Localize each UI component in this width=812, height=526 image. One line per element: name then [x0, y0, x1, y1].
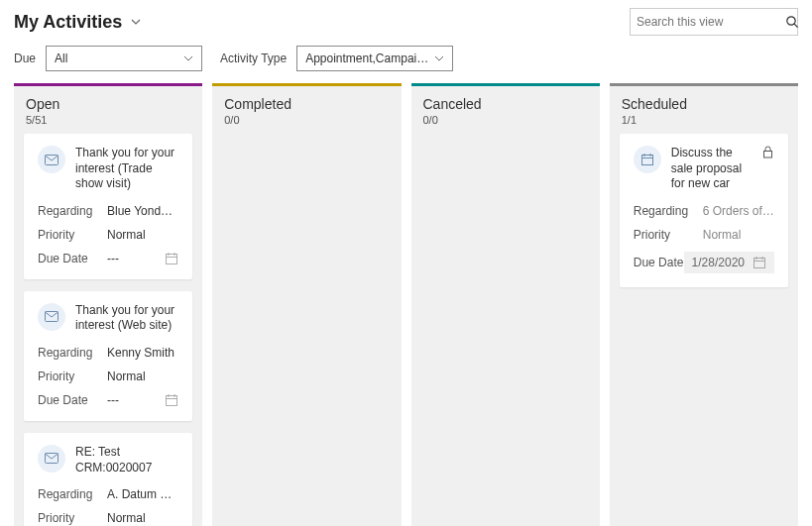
- lock-icon: [760, 146, 774, 158]
- svg-point-0: [787, 17, 795, 25]
- field-value-regarding: Blue Yonder Ai...: [107, 204, 178, 218]
- activity-type-filter-select[interactable]: Appointment,Campaign Acti...: [296, 46, 453, 71]
- field-value-due-date: ---: [107, 393, 157, 407]
- activity-card[interactable]: Thank you for your interest (Web site) R…: [24, 291, 192, 421]
- search-input[interactable]: [637, 15, 785, 29]
- field-label-priority: Priority: [38, 228, 107, 242]
- field-label-priority: Priority: [634, 228, 703, 242]
- field-label-regarding: Regarding: [38, 487, 107, 501]
- column-count: 0/0: [224, 114, 389, 126]
- activity-type-filter-value: Appointment,Campaign Acti...: [305, 52, 434, 65]
- mail-icon: [38, 303, 65, 331]
- card-title: Discuss the sale proposal for new car: [671, 146, 751, 192]
- svg-line-1: [794, 24, 797, 27]
- svg-rect-13: [641, 156, 652, 165]
- field-label-priority: Priority: [38, 511, 107, 525]
- column-title: Scheduled: [622, 96, 786, 112]
- search-icon[interactable]: [785, 15, 799, 29]
- column-title: Canceled: [423, 96, 588, 112]
- activity-card[interactable]: Thank you for your interest (Trade show …: [24, 134, 192, 279]
- chevron-down-icon: [434, 53, 444, 63]
- card-title: RE: Test CRM:0020007: [75, 445, 178, 475]
- due-filter-label: Due: [14, 52, 36, 65]
- calendar-icon[interactable]: [165, 393, 178, 407]
- svg-rect-17: [763, 152, 771, 158]
- field-label-due-date: Due Date: [634, 256, 684, 269]
- chevron-down-icon: [130, 16, 142, 28]
- field-value-regarding: Kenny Smith: [107, 346, 178, 360]
- field-label-regarding: Regarding: [38, 346, 107, 360]
- svg-rect-3: [167, 254, 177, 263]
- mail-icon: [38, 146, 65, 173]
- card-title: Thank you for your interest (Web site): [75, 303, 178, 334]
- field-value-due-date: ---: [107, 252, 157, 265]
- activity-card[interactable]: Discuss the sale proposal for new car Re…: [620, 134, 788, 287]
- column-count: 5/51: [26, 114, 190, 126]
- field-value-priority: Normal: [107, 511, 178, 525]
- calendar-icon: [753, 256, 766, 269]
- column-title: Completed: [224, 96, 389, 112]
- field-value-due-date: 1/28/2020: [692, 256, 745, 269]
- view-title-wrap[interactable]: My Activities: [14, 12, 142, 33]
- field-value-priority: Normal: [703, 228, 774, 242]
- column-canceled: Canceled 0/0: [411, 83, 600, 526]
- field-value-priority: Normal: [107, 228, 178, 242]
- field-value-regarding: 6 Orders of pro...: [703, 204, 774, 218]
- calendar-icon[interactable]: [165, 252, 178, 265]
- field-label-priority: Priority: [38, 369, 107, 383]
- column-count: 0/0: [423, 114, 588, 126]
- svg-rect-8: [167, 395, 177, 405]
- field-value-priority: Normal: [107, 369, 178, 383]
- field-label-regarding: Regarding: [634, 204, 703, 218]
- due-filter-select[interactable]: All: [46, 46, 202, 71]
- field-value-regarding: A. Datum Corp...: [107, 487, 178, 501]
- activity-card[interactable]: RE: Test CRM:0020007 Regarding A. Datum …: [24, 433, 192, 526]
- chevron-down-icon: [183, 53, 193, 63]
- field-label-due-date: Due Date: [38, 393, 107, 407]
- column-open: Open 5/51 Thank you for your interest (T…: [14, 83, 202, 526]
- due-filter-value: All: [55, 52, 67, 65]
- page-title: My Activities: [14, 12, 122, 33]
- field-label-regarding: Regarding: [38, 204, 107, 218]
- column-scheduled: Scheduled 1/1 Discuss the sale proposal …: [610, 83, 798, 526]
- svg-rect-18: [754, 258, 765, 267]
- activity-type-filter-label: Activity Type: [220, 52, 287, 65]
- column-title: Open: [26, 96, 190, 112]
- due-date-box[interactable]: 1/28/2020: [684, 252, 774, 273]
- kanban-board: Open 5/51 Thank you for your interest (T…: [0, 83, 812, 526]
- search-box[interactable]: [630, 8, 798, 36]
- appointment-icon: [634, 146, 661, 173]
- column-completed: Completed 0/0: [212, 83, 401, 526]
- mail-icon: [38, 445, 65, 473]
- field-label-due-date: Due Date: [38, 252, 107, 265]
- column-count: 1/1: [622, 114, 786, 126]
- card-title: Thank you for your interest (Trade show …: [75, 146, 178, 192]
